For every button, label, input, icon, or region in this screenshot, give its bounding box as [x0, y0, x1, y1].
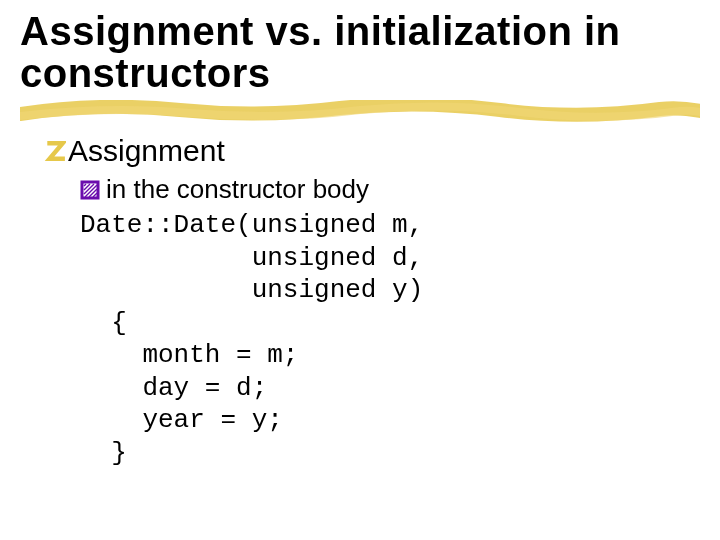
slide-title: Assignment vs. initialization in constru…: [20, 10, 700, 94]
bullet-2-text: in the constructor body: [106, 174, 369, 205]
title-wrap: Assignment vs. initialization in constru…: [20, 10, 700, 94]
bullet-level-2: in the constructor body: [80, 174, 700, 205]
title-underline: [20, 100, 700, 122]
bullet-1-text: Assignment: [68, 134, 225, 168]
slide: Assignment vs. initialization in constru…: [0, 0, 720, 540]
code-block: Date::Date(unsigned m, unsigned d, unsig…: [80, 209, 700, 469]
box-bullet-icon: [80, 180, 100, 200]
slide-content: Assignment in the constructor body Date:…: [20, 134, 700, 469]
z-bullet-icon: [44, 140, 66, 162]
bullet-level-1: Assignment: [44, 134, 700, 168]
